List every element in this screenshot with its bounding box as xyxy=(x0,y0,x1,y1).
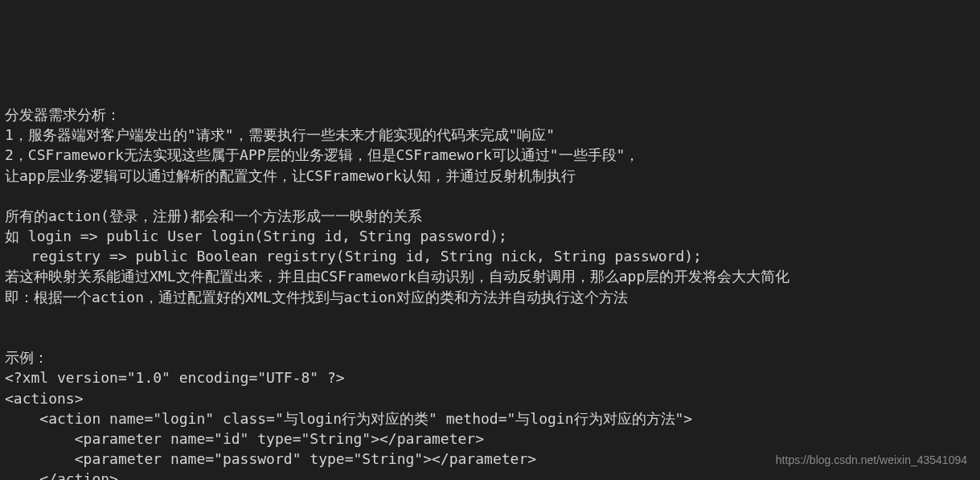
text-line: 1，服务器端对客户端发出的"请求"，需要执行一些未来才能实现的代码来完成"响应" xyxy=(5,126,555,143)
text-line: <?xml version="1.0" encoding="UTF-8" ?> xyxy=(5,369,345,386)
text-line: </action> xyxy=(5,470,118,480)
text-line: <parameter name="password" type="String"… xyxy=(5,450,536,467)
text-line: <parameter name="id" type="String"></par… xyxy=(5,430,484,447)
code-document-content: 分发器需求分析： 1，服务器端对客户端发出的"请求"，需要执行一些未来才能实现的… xyxy=(5,84,975,480)
text-line: registry => public Boolean registry(Stri… xyxy=(5,248,702,265)
text-line: 所有的action(登录，注册)都会和一个方法形成一一映射的关系 xyxy=(5,207,422,224)
text-line: <actions> xyxy=(5,390,84,407)
text-line: 分发器需求分析： xyxy=(5,106,121,123)
text-line: 示例： xyxy=(5,349,48,366)
text-line: 让app层业务逻辑可以通过解析的配置文件，让CSFramework认知，并通过反… xyxy=(5,167,576,184)
text-line: 2，CSFramework无法实现这些属于APP层的业务逻辑，但是CSFrame… xyxy=(5,146,639,163)
text-line: 若这种映射关系能通过XML文件配置出来，并且由CSFramework自动识别，自… xyxy=(5,268,789,285)
text-line: 即：根据一个action，通过配置好的XML文件找到与action对应的类和方法… xyxy=(5,289,628,306)
text-line: 如 login => public User login(String id, … xyxy=(5,228,507,244)
watermark-text: https://blog.csdn.net/weixin_43541094 xyxy=(776,453,967,469)
text-line: <action name="login" class="与login行为对应的类… xyxy=(5,410,692,427)
